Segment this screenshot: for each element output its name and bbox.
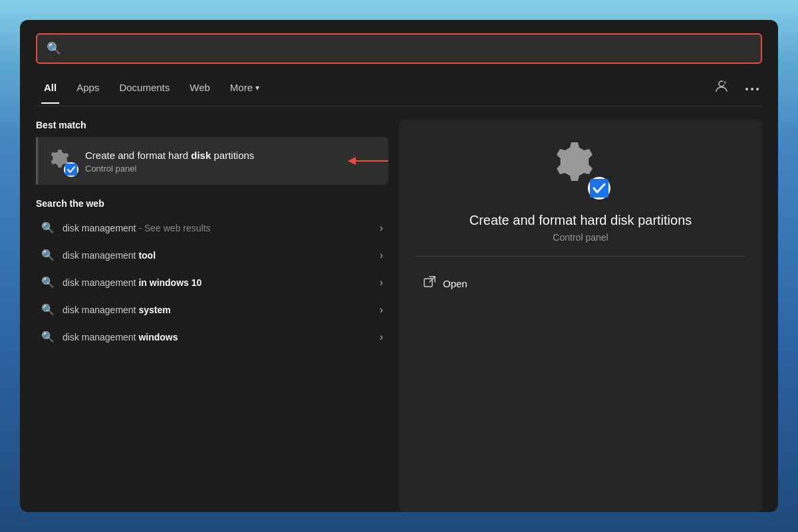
checkmark-icon	[65, 164, 77, 176]
search-icon: 🔍	[47, 41, 61, 56]
tab-documents[interactable]: Documents	[111, 78, 178, 97]
best-match-item[interactable]: Create and format hard disk partitions C…	[36, 137, 388, 185]
best-match-text-block: Create and format hard disk partitions C…	[85, 148, 378, 174]
web-search-item-3[interactable]: 🔍 disk management in windows 10 ›	[36, 269, 388, 296]
right-app-subtitle: Control panel	[553, 232, 608, 243]
svg-point-3	[751, 88, 753, 90]
arrow-annotation	[348, 160, 388, 162]
web-item-text-2: disk management tool	[63, 250, 372, 261]
svg-point-2	[745, 88, 748, 90]
arrowhead-icon	[348, 157, 356, 165]
content-area: Best match	[36, 120, 762, 512]
account-icon	[714, 78, 729, 93]
svg-rect-6	[590, 179, 608, 198]
chevron-right-icon-2: ›	[380, 249, 383, 261]
check-badge-icon	[64, 162, 78, 177]
best-match-title: Best match	[36, 120, 388, 130]
chevron-right-icon-1: ›	[380, 222, 383, 234]
search-web-icon-2: 🔍	[41, 249, 55, 261]
search-panel: 🔍 disk management All Apps Documents Web…	[20, 20, 778, 512]
best-match-app-category: Control panel	[85, 164, 378, 174]
open-label-text: Open	[443, 278, 467, 289]
tab-all[interactable]: All	[36, 78, 65, 97]
right-panel-divider	[415, 256, 746, 257]
web-item-text-5: disk management windows	[63, 332, 372, 342]
right-app-name: Create and format hard disk partitions	[469, 213, 692, 228]
tabs-right-actions	[712, 76, 762, 99]
search-web-icon-5: 🔍	[41, 331, 55, 343]
chevron-down-icon: ▾	[255, 83, 259, 92]
large-checkmark-icon	[590, 179, 608, 198]
search-web-icon-1: 🔍	[41, 221, 55, 234]
more-options-button[interactable]	[742, 78, 762, 97]
svg-point-4	[756, 88, 759, 90]
web-item-text-1: disk management - See web results	[63, 223, 372, 233]
web-search-item-2[interactable]: 🔍 disk management tool ›	[36, 241, 388, 269]
web-search-item-5[interactable]: 🔍 disk management windows ›	[36, 323, 388, 350]
search-bar-container: 🔍 disk management	[36, 33, 762, 64]
ellipsis-icon	[745, 87, 759, 91]
tabs-row: All Apps Documents Web More ▾	[36, 76, 762, 106]
account-icon-button[interactable]	[712, 76, 732, 99]
best-match-app-icon	[47, 146, 76, 176]
search-web-icon-3: 🔍	[41, 276, 55, 289]
best-match-app-name: Create and format hard disk partitions	[85, 148, 378, 162]
open-button[interactable]: Open	[415, 270, 475, 297]
web-search-section-title: Search the web	[36, 198, 388, 209]
open-external-icon	[423, 275, 436, 292]
search-input[interactable]: disk management	[68, 42, 751, 56]
web-search-item-4[interactable]: 🔍 disk management system ›	[36, 296, 388, 323]
web-item-text-4: disk management system	[63, 305, 372, 315]
tab-web[interactable]: Web	[182, 78, 218, 97]
svg-rect-5	[65, 164, 77, 176]
search-web-icon-4: 🔍	[41, 303, 55, 316]
app-icon-large	[551, 140, 610, 200]
open-icon-svg	[423, 275, 436, 289]
large-check-badge	[588, 177, 610, 200]
tab-more[interactable]: More ▾	[222, 78, 267, 97]
chevron-right-icon-3: ›	[380, 277, 383, 289]
chevron-right-icon-5: ›	[380, 331, 383, 343]
right-panel: Create and format hard disk partitions C…	[399, 120, 762, 512]
tab-apps[interactable]: Apps	[68, 78, 107, 97]
chevron-right-icon-4: ›	[380, 304, 383, 316]
web-search-item-1[interactable]: 🔍 disk management - See web results ›	[36, 214, 388, 241]
left-panel: Best match	[36, 120, 388, 512]
web-item-text-3: disk management in windows 10	[63, 277, 372, 288]
arrow-line	[348, 160, 388, 162]
